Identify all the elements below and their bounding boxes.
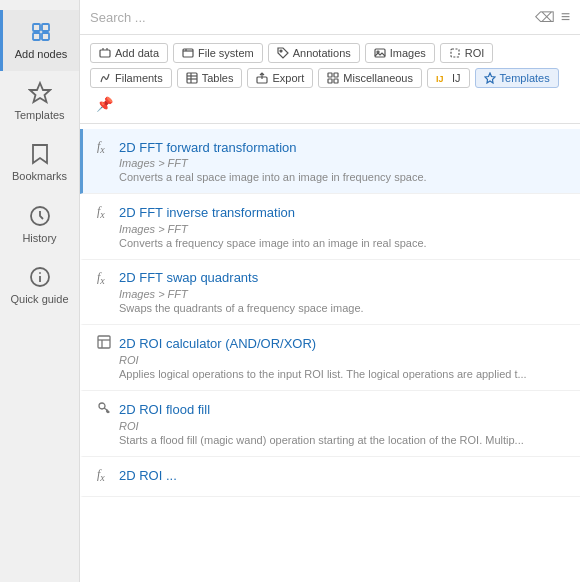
history-icon [28,204,52,228]
result-item-r6[interactable]: fx 2D ROI ... [80,457,580,496]
result-item-r4[interactable]: 2D ROI calculator (AND/OR/XOR) ROI Appli… [80,325,580,391]
main-panel: ⌫ ≡ Add data File system A [80,0,580,582]
file-icon [182,47,194,59]
filter-export[interactable]: Export [247,68,313,88]
filter-miscellaneous[interactable]: Miscellaneous [318,68,422,88]
export-icon [256,72,268,84]
fx-icon: fx [97,139,113,155]
result-title: 2D ROI ... [119,468,177,483]
filter-images[interactable]: Images [365,43,435,63]
result-category: Images > FFT [119,223,566,235]
pin-button[interactable]: 📌 [90,93,119,115]
filter-add-data[interactable]: Add data [90,43,168,63]
svg-marker-4 [30,83,50,102]
sidebar-item-history[interactable]: History [0,194,79,255]
ij-icon: IJ [436,72,448,84]
sidebar-item-quick-guide-label: Quick guide [10,293,68,306]
result-category: ROI [119,354,566,366]
filter-filaments[interactable]: Filaments [90,68,172,88]
quick-guide-icon [28,265,52,289]
result-title: 2D FFT swap quadrants [119,270,258,285]
result-title: 2D ROI flood fill [119,402,210,417]
result-item-header: fx 2D ROI ... [97,467,566,483]
result-category: Images > FFT [119,157,566,169]
image-icon [374,47,386,59]
svg-rect-2 [33,33,40,40]
search-bar: ⌫ ≡ [80,0,580,35]
result-category: Images > FFT [119,288,566,300]
filament-icon [99,72,111,84]
roi-icon [449,47,461,59]
result-item-r5[interactable]: 2D ROI flood fill ROI Starts a flood fil… [80,391,580,457]
tag-icon [277,47,289,59]
svg-rect-23 [334,73,338,77]
filter-annotations[interactable]: Annotations [268,43,360,63]
bookmarks-icon [28,142,52,166]
filter-tables[interactable]: Tables [177,68,243,88]
filter-file-system[interactable]: File system [173,43,263,63]
result-item-header: fx 2D FFT inverse transformation [97,204,566,220]
result-category: ROI [119,420,566,432]
svg-text:IJ: IJ [436,74,444,84]
sidebar-item-history-label: History [22,232,56,245]
search-menu-button[interactable]: ≡ [561,8,570,26]
fx-icon: fx [97,467,113,483]
sidebar-item-templates[interactable]: Templates [0,71,79,132]
results-list: fx 2D FFT forward transformation Images … [80,124,580,582]
data-icon [99,47,111,59]
svg-rect-17 [187,73,197,83]
result-item-r2[interactable]: fx 2D FFT inverse transformation Images … [80,194,580,259]
result-title: 2D FFT forward transformation [119,140,296,155]
sidebar-item-add-nodes[interactable]: Add nodes [0,10,79,71]
svg-rect-1 [42,24,49,31]
filter-templates[interactable]: Templates [475,68,559,88]
fx-icon: fx [97,270,113,286]
add-nodes-icon [29,20,53,44]
svg-rect-9 [100,50,110,57]
svg-point-13 [280,50,282,52]
result-title: 2D ROI calculator (AND/OR/XOR) [119,336,316,351]
sidebar-item-bookmarks[interactable]: Bookmarks [0,132,79,193]
result-desc: Applies logical operations to the input … [119,368,549,380]
filter-bar: Add data File system Annotations Im [80,35,580,124]
svg-rect-16 [451,49,459,57]
result-item-header: fx 2D FFT forward transformation [97,139,566,155]
result-item-r1[interactable]: fx 2D FFT forward transformation Images … [80,129,580,194]
svg-point-8 [39,272,40,273]
svg-rect-0 [33,24,40,31]
result-title: 2D FFT inverse transformation [119,205,295,220]
result-desc: Converts a frequency space image into an… [119,237,549,249]
table-icon [186,72,198,84]
filter-roi[interactable]: ROI [440,43,494,63]
calculator-icon [97,335,113,352]
sidebar-item-bookmarks-label: Bookmarks [12,170,67,183]
result-desc: Swaps the quadrants of a frequency space… [119,302,549,314]
svg-marker-27 [485,73,495,83]
filter-ij[interactable]: IJ IJ [427,68,470,88]
result-item-header: fx 2D FFT swap quadrants [97,270,566,286]
sidebar: Add nodes Templates Bookmarks History Qu… [0,0,80,582]
templates-icon [28,81,52,105]
flood-fill-icon [97,401,113,418]
result-item-r3[interactable]: fx 2D FFT swap quadrants Images > FFT Sw… [80,260,580,325]
star-icon [484,72,496,84]
svg-rect-24 [328,79,332,83]
result-item-header: 2D ROI calculator (AND/OR/XOR) [97,335,566,352]
svg-rect-3 [42,33,49,40]
svg-rect-22 [328,73,332,77]
sidebar-item-add-nodes-label: Add nodes [15,48,68,61]
svg-line-32 [104,408,107,410]
misc-icon [327,72,339,84]
sidebar-item-templates-label: Templates [14,109,64,122]
fx-icon: fx [97,204,113,220]
search-input[interactable] [90,10,529,25]
svg-rect-28 [98,336,110,348]
result-desc: Converts a real space image into an imag… [119,171,549,183]
result-item-header: 2D ROI flood fill [97,401,566,418]
sidebar-item-quick-guide[interactable]: Quick guide [0,255,79,316]
svg-rect-25 [334,79,338,83]
search-clear-button[interactable]: ⌫ [535,9,555,25]
svg-rect-12 [183,49,193,57]
result-desc: Starts a flood fill (magic wand) operati… [119,434,549,446]
